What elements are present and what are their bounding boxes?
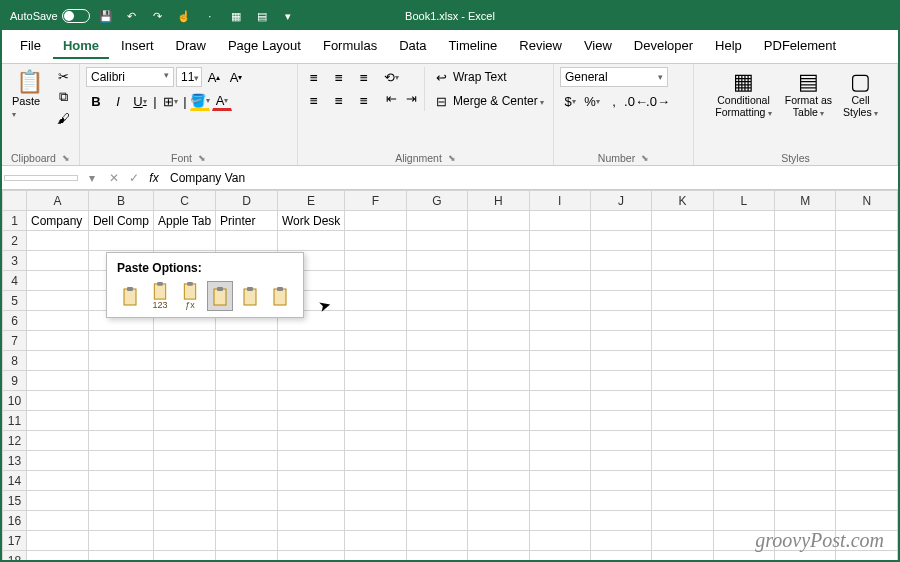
cell-M16[interactable]: [775, 511, 836, 531]
cell-L12[interactable]: [713, 431, 774, 451]
cell-L2[interactable]: [713, 231, 774, 251]
tab-help[interactable]: Help: [705, 34, 752, 59]
formula-input[interactable]: Company Van: [164, 169, 898, 187]
cell-N10[interactable]: [836, 391, 898, 411]
cell-G3[interactable]: [406, 251, 467, 271]
font-color-button[interactable]: A: [212, 91, 232, 111]
cell-D17[interactable]: [216, 531, 278, 551]
cell-C14[interactable]: [153, 471, 215, 491]
cell-C8[interactable]: [153, 351, 215, 371]
cell-B1[interactable]: Dell Comp: [88, 211, 153, 231]
cell-E12[interactable]: [277, 431, 344, 451]
cell-H2[interactable]: [468, 231, 529, 251]
cell-C18[interactable]: [153, 551, 215, 563]
bold-button[interactable]: B: [86, 91, 106, 111]
cell-F15[interactable]: [345, 491, 406, 511]
cell-L14[interactable]: [713, 471, 774, 491]
cell-J11[interactable]: [590, 411, 651, 431]
cell-A6[interactable]: [26, 311, 88, 331]
cell-D7[interactable]: [216, 331, 278, 351]
cell-M14[interactable]: [775, 471, 836, 491]
cell-N13[interactable]: [836, 451, 898, 471]
cell-J14[interactable]: [590, 471, 651, 491]
font-launcher[interactable]: ⬊: [198, 153, 206, 163]
cell-N11[interactable]: [836, 411, 898, 431]
cell-M11[interactable]: [775, 411, 836, 431]
cell-D9[interactable]: [216, 371, 278, 391]
cell-E8[interactable]: [277, 351, 344, 371]
cell-E7[interactable]: [277, 331, 344, 351]
cell-A8[interactable]: [26, 351, 88, 371]
cell-B9[interactable]: [88, 371, 153, 391]
decrease-font-icon[interactable]: A▾: [226, 67, 246, 87]
cell-H14[interactable]: [468, 471, 529, 491]
cell-H5[interactable]: [468, 291, 529, 311]
table-icon[interactable]: ▤: [254, 8, 270, 24]
cell-I11[interactable]: [529, 411, 590, 431]
cell-K16[interactable]: [652, 511, 713, 531]
cell-G14[interactable]: [406, 471, 467, 491]
cell-J3[interactable]: [590, 251, 651, 271]
tab-draw[interactable]: Draw: [166, 34, 216, 59]
cell-A3[interactable]: [26, 251, 88, 271]
cell-M8[interactable]: [775, 351, 836, 371]
fill-color-button[interactable]: 🪣: [190, 91, 210, 111]
qat-dropdown-icon[interactable]: ▾: [280, 8, 296, 24]
cell-E15[interactable]: [277, 491, 344, 511]
cell-G17[interactable]: [406, 531, 467, 551]
paste-formulas[interactable]: ƒx: [177, 281, 203, 311]
cell-G18[interactable]: [406, 551, 467, 563]
cell-F1[interactable]: [345, 211, 406, 231]
col-header-N[interactable]: N: [836, 191, 898, 211]
cell-J5[interactable]: [590, 291, 651, 311]
cell-D10[interactable]: [216, 391, 278, 411]
cell-C7[interactable]: [153, 331, 215, 351]
cell-G2[interactable]: [406, 231, 467, 251]
cell-L6[interactable]: [713, 311, 774, 331]
cell-H16[interactable]: [468, 511, 529, 531]
tab-formulas[interactable]: Formulas: [313, 34, 387, 59]
alignment-launcher[interactable]: ⬊: [448, 153, 456, 163]
cell-G7[interactable]: [406, 331, 467, 351]
cell-E2[interactable]: [277, 231, 344, 251]
cell-K5[interactable]: [652, 291, 713, 311]
cell-D13[interactable]: [216, 451, 278, 471]
paste-link[interactable]: [267, 281, 293, 311]
col-header-K[interactable]: K: [652, 191, 713, 211]
name-box-dropdown-icon[interactable]: ▾: [80, 171, 104, 185]
cell-G16[interactable]: [406, 511, 467, 531]
row-header-3[interactable]: 3: [3, 251, 27, 271]
cell-N3[interactable]: [836, 251, 898, 271]
cell-D2[interactable]: [216, 231, 278, 251]
cell-K1[interactable]: [652, 211, 713, 231]
cell-K8[interactable]: [652, 351, 713, 371]
col-header-J[interactable]: J: [590, 191, 651, 211]
cell-C2[interactable]: [153, 231, 215, 251]
cell-J9[interactable]: [590, 371, 651, 391]
row-header-15[interactable]: 15: [3, 491, 27, 511]
cell-B13[interactable]: [88, 451, 153, 471]
cell-G13[interactable]: [406, 451, 467, 471]
cell-I16[interactable]: [529, 511, 590, 531]
cell-H10[interactable]: [468, 391, 529, 411]
row-header-12[interactable]: 12: [3, 431, 27, 451]
cell-D14[interactable]: [216, 471, 278, 491]
cell-N14[interactable]: [836, 471, 898, 491]
underline-button[interactable]: U: [130, 91, 150, 111]
cell-B8[interactable]: [88, 351, 153, 371]
cell-B14[interactable]: [88, 471, 153, 491]
cell-H7[interactable]: [468, 331, 529, 351]
cell-E1[interactable]: Work Desk: [277, 211, 344, 231]
cell-L7[interactable]: [713, 331, 774, 351]
cell-K10[interactable]: [652, 391, 713, 411]
paste-all[interactable]: [117, 281, 143, 311]
cell-J8[interactable]: [590, 351, 651, 371]
cell-B15[interactable]: [88, 491, 153, 511]
paste-transpose[interactable]: ➤: [207, 281, 233, 311]
cell-C12[interactable]: [153, 431, 215, 451]
cell-H1[interactable]: [468, 211, 529, 231]
col-header-F[interactable]: F: [345, 191, 406, 211]
cell-D16[interactable]: [216, 511, 278, 531]
cell-E14[interactable]: [277, 471, 344, 491]
cell-I2[interactable]: [529, 231, 590, 251]
